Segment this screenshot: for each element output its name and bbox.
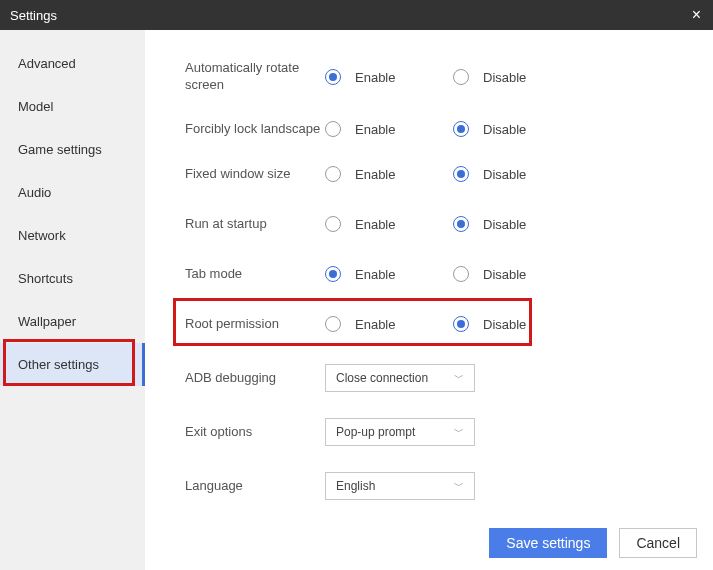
radio-label: Disable xyxy=(483,167,527,182)
radio-label: Enable xyxy=(355,217,399,232)
sidebar-item-other-settings[interactable]: Other settings xyxy=(0,343,145,386)
sidebar-item-game-settings[interactable]: Game settings xyxy=(0,128,145,171)
close-icon[interactable]: × xyxy=(690,6,703,24)
sidebar-item-label: Other settings xyxy=(18,357,99,372)
row-tab_mode: Tab modeEnableDisable xyxy=(185,264,713,284)
radio-tab_mode-enable[interactable]: Enable xyxy=(325,266,399,282)
radio-run_startup-disable[interactable]: Disable xyxy=(453,216,527,232)
row-forcibly_lock: Forcibly lock landscapeEnableDisable xyxy=(185,112,713,146)
label-fixed_window: Fixed window size xyxy=(185,166,325,183)
window-title: Settings xyxy=(10,8,57,23)
radio-label: Enable xyxy=(355,70,399,85)
radio-circle-icon xyxy=(453,316,469,332)
cancel-button[interactable]: Cancel xyxy=(619,528,697,558)
radio-circle-icon xyxy=(325,166,341,182)
chevron-down-icon: ﹀ xyxy=(454,371,464,385)
footer: Save settings Cancel xyxy=(489,528,697,558)
radio-label: Enable xyxy=(355,122,399,137)
sidebar-item-label: Network xyxy=(18,228,66,243)
label-language: Language xyxy=(185,478,325,495)
sidebar-item-audio[interactable]: Audio xyxy=(0,171,145,214)
sidebar-item-network[interactable]: Network xyxy=(0,214,145,257)
sidebar-item-wallpaper[interactable]: Wallpaper xyxy=(0,300,145,343)
radio-forcibly_lock-enable[interactable]: Enable xyxy=(325,121,399,137)
save-button[interactable]: Save settings xyxy=(489,528,607,558)
label-exit-options: Exit options xyxy=(185,424,325,441)
select-language[interactable]: English ﹀ xyxy=(325,472,475,500)
radio-tab_mode-disable[interactable]: Disable xyxy=(453,266,527,282)
radio-label: Enable xyxy=(355,167,399,182)
radio-label: Disable xyxy=(483,122,527,137)
radio-forcibly_lock-disable[interactable]: Disable xyxy=(453,121,527,137)
row-language: Language English ﹀ xyxy=(185,472,713,500)
sidebar: AdvancedModelGame settingsAudioNetworkSh… xyxy=(0,30,145,570)
select-adb-value: Close connection xyxy=(336,371,428,385)
row-fixed_window: Fixed window sizeEnableDisable xyxy=(185,164,713,184)
row-exit-options: Exit options Pop-up prompt ﹀ xyxy=(185,418,713,446)
main-panel: Automatically rotate screenEnableDisable… xyxy=(145,30,713,570)
radio-run_startup-enable[interactable]: Enable xyxy=(325,216,399,232)
row-root_permission: Root permissionEnableDisable xyxy=(185,314,713,334)
radio-label: Disable xyxy=(483,217,527,232)
radio-label: Disable xyxy=(483,267,527,282)
label-auto_rotate: Automatically rotate screen xyxy=(185,60,325,94)
radio-circle-icon xyxy=(453,216,469,232)
radio-circle-icon xyxy=(325,216,341,232)
row-auto_rotate: Automatically rotate screenEnableDisable xyxy=(185,60,713,94)
sidebar-item-label: Shortcuts xyxy=(18,271,73,286)
sidebar-item-model[interactable]: Model xyxy=(0,85,145,128)
sidebar-item-label: Audio xyxy=(18,185,51,200)
label-run_startup: Run at startup xyxy=(185,216,325,233)
radio-group-auto_rotate: EnableDisable xyxy=(325,69,527,85)
sidebar-item-advanced[interactable]: Advanced xyxy=(0,42,145,85)
row-adb-debugging: ADB debugging Close connection ﹀ xyxy=(185,364,713,392)
sidebar-item-label: Advanced xyxy=(18,56,76,71)
radio-label: Disable xyxy=(483,70,527,85)
radio-label: Enable xyxy=(355,317,399,332)
chevron-down-icon: ﹀ xyxy=(454,479,464,493)
radio-circle-icon xyxy=(325,121,341,137)
row-run_startup: Run at startupEnableDisable xyxy=(185,214,713,234)
chevron-down-icon: ﹀ xyxy=(454,425,464,439)
label-root_permission: Root permission xyxy=(185,316,325,333)
titlebar: Settings × xyxy=(0,0,713,30)
label-tab_mode: Tab mode xyxy=(185,266,325,283)
radio-auto_rotate-disable[interactable]: Disable xyxy=(453,69,527,85)
select-exit-value: Pop-up prompt xyxy=(336,425,415,439)
radio-group-root_permission: EnableDisable xyxy=(325,316,527,332)
radio-auto_rotate-enable[interactable]: Enable xyxy=(325,69,399,85)
radio-circle-icon xyxy=(453,121,469,137)
label-forcibly_lock: Forcibly lock landscape xyxy=(185,121,325,138)
radio-circle-icon xyxy=(325,69,341,85)
radio-fixed_window-enable[interactable]: Enable xyxy=(325,166,399,182)
radio-circle-icon xyxy=(453,166,469,182)
select-language-value: English xyxy=(336,479,375,493)
sidebar-item-shortcuts[interactable]: Shortcuts xyxy=(0,257,145,300)
label-adb-debugging: ADB debugging xyxy=(185,370,325,387)
save-button-label: Save settings xyxy=(506,535,590,551)
select-adb-debugging[interactable]: Close connection ﹀ xyxy=(325,364,475,392)
radio-label: Enable xyxy=(355,267,399,282)
radio-circle-icon xyxy=(325,266,341,282)
sidebar-item-label: Game settings xyxy=(18,142,102,157)
radio-group-tab_mode: EnableDisable xyxy=(325,266,527,282)
radio-group-forcibly_lock: EnableDisable xyxy=(325,121,527,137)
sidebar-item-label: Wallpaper xyxy=(18,314,76,329)
radio-circle-icon xyxy=(453,266,469,282)
radio-group-run_startup: EnableDisable xyxy=(325,216,527,232)
radio-circle-icon xyxy=(453,69,469,85)
radio-root_permission-enable[interactable]: Enable xyxy=(325,316,399,332)
radio-circle-icon xyxy=(325,316,341,332)
radio-label: Disable xyxy=(483,317,527,332)
sidebar-item-label: Model xyxy=(18,99,53,114)
radio-group-fixed_window: EnableDisable xyxy=(325,166,527,182)
cancel-button-label: Cancel xyxy=(636,535,680,551)
select-exit-options[interactable]: Pop-up prompt ﹀ xyxy=(325,418,475,446)
radio-root_permission-disable[interactable]: Disable xyxy=(453,316,527,332)
radio-fixed_window-disable[interactable]: Disable xyxy=(453,166,527,182)
